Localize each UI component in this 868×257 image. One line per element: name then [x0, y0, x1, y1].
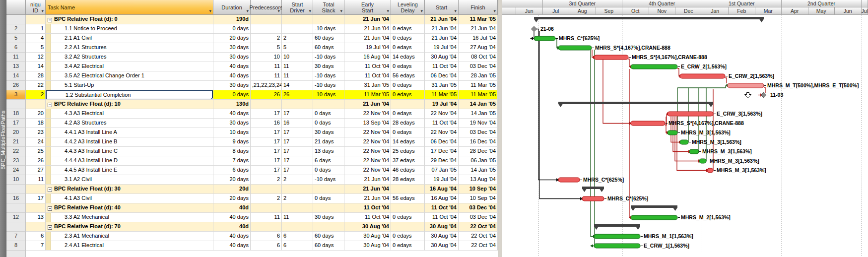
cell-early[interactable]: 22 Nov '04	[344, 166, 391, 175]
gantt-task-bar-red[interactable]	[707, 168, 713, 173]
cell-early[interactable]: 22 Nov '04	[344, 147, 391, 156]
gantt-task-bar-red[interactable]	[631, 121, 665, 126]
summary-bar[interactable]	[558, 102, 713, 104]
cell-start[interactable]: 31 Jan '05	[425, 81, 459, 90]
cell-pred[interactable]: 17	[251, 137, 282, 147]
cell-fin[interactable]: 19 Nov '04	[459, 119, 498, 128]
cell-uid[interactable]: 26	[26, 156, 46, 166]
cell-fin[interactable]: 03 Dec '04	[459, 203, 498, 213]
timescale-month-jan[interactable]: Jan	[702, 7, 729, 15]
view-tab-strip[interactable]: BPC_MultipleFloatPaths	[0, 0, 6, 257]
column-header-uid[interactable]: niquID▾	[26, 0, 46, 15]
cell-drv[interactable]: 16	[282, 119, 313, 128]
group-summary-row[interactable]: −BPC Relative Float (d): 4040d11 Oct '04…	[6, 203, 498, 213]
cell-pred[interactable]: 2	[251, 194, 282, 203]
cell-num[interactable]: 2	[6, 24, 26, 34]
cell-lev[interactable]: 0 edays	[391, 232, 425, 241]
cell-dur[interactable]: 40 days	[213, 71, 251, 81]
task-row[interactable]: 26225.1 Start-Up30 days,21,22,23,24,1414…	[6, 81, 498, 90]
cell-uid[interactable]: 5	[26, 43, 46, 53]
column-header-num[interactable]	[6, 0, 26, 15]
cell-dur[interactable]: 40d	[213, 203, 251, 213]
cell-slack[interactable]: 30 days	[313, 213, 344, 222]
cell-num[interactable]: 21	[6, 137, 26, 147]
cell-name[interactable]: 4.4.2 A3 Install Line B	[46, 137, 213, 147]
column-header-drv[interactable]: StartDriver▾	[282, 0, 313, 15]
cell-slack[interactable]: -10 days	[313, 71, 344, 81]
task-row[interactable]: 12133.3 A2 Mechanical40 days111130 days1…	[6, 213, 498, 222]
cell-fin[interactable]: 14 Jan '05	[459, 166, 498, 175]
cell-slack[interactable]: 60 days	[313, 34, 344, 43]
cell-early[interactable]: 19 Jul '04	[344, 43, 391, 53]
cell-dur[interactable]: 40 days	[213, 232, 251, 241]
cell-lev[interactable]: 0 edays	[391, 81, 425, 90]
timescale-month-apr[interactable]: Apr	[782, 7, 808, 15]
cell-uid[interactable]: 18	[26, 119, 46, 128]
cell-num[interactable]: 8	[6, 241, 26, 251]
cell-slack[interactable]	[313, 203, 344, 213]
cell-uid[interactable]: 20	[26, 109, 46, 119]
cell-fin[interactable]: 16 Dec '04	[459, 137, 498, 147]
gantt-task-bar-red[interactable]	[558, 178, 580, 182]
cell-name[interactable]: 2.3 A1 Mechanical	[46, 232, 213, 241]
cell-start[interactable]: 21 Jun '04	[425, 15, 459, 24]
cell-num[interactable]	[6, 185, 26, 194]
cell-drv[interactable]: 2	[282, 175, 313, 185]
cell-slack[interactable]: 60 days	[313, 232, 344, 241]
timescale-month-may[interactable]: May	[808, 7, 835, 15]
collapse-icon[interactable]: −	[48, 103, 52, 107]
cell-start[interactable]: 21 Jun '04	[425, 34, 459, 43]
cell-num[interactable]: 3	[6, 90, 26, 100]
column-header-pred[interactable]: Predecessors▾	[251, 0, 282, 15]
cell-start[interactable]: 21 Jun '04	[425, 24, 459, 34]
cell-uid[interactable]: 4	[26, 34, 46, 43]
task-row[interactable]: 14283.5 A2 Electrical Change Order 140 d…	[6, 71, 498, 81]
timescale-quarter-4th-quarter[interactable]: 4th Quarter	[622, 0, 702, 7]
filter-dropdown-icon[interactable]: ▾	[387, 9, 389, 13]
gantt-task-bar-green[interactable]	[594, 234, 640, 239]
cell-start[interactable]: 11 Oct '04	[425, 203, 459, 213]
cell-dur[interactable]: 130d	[213, 100, 251, 109]
cell-drv[interactable]: 17	[282, 137, 313, 147]
cell-uid[interactable]: 27	[26, 166, 46, 175]
cell-lev[interactable]: 14 edays	[391, 53, 425, 62]
filter-dropdown-icon[interactable]: ▾	[209, 9, 211, 13]
cell-pred[interactable]: 11	[251, 62, 282, 71]
cell-pred[interactable]	[251, 15, 282, 24]
cell-early[interactable]: 31 Jan '05	[344, 81, 391, 90]
cell-slack[interactable]: 60 days	[313, 43, 344, 53]
cell-lev[interactable]: 46 edays	[391, 166, 425, 175]
cell-drv[interactable]: 11	[282, 71, 313, 81]
cell-lev[interactable]: 56 edays	[391, 194, 425, 203]
cell-fin[interactable]: 22 Oct '04	[459, 222, 498, 232]
cell-early[interactable]: 21 Jun '04	[344, 194, 391, 203]
cell-name[interactable]: 5.1 Start-Up	[46, 81, 213, 90]
cell-slack[interactable]	[313, 185, 344, 194]
cell-early[interactable]: 11 Oct '04	[344, 62, 391, 71]
cell-name[interactable]: 4.4.3 A3 Install Line C	[46, 147, 213, 156]
timescale-month-jun[interactable]: Jun	[835, 7, 862, 15]
cell-num[interactable]: 14	[6, 71, 26, 81]
filter-dropdown-icon[interactable]: ▾	[340, 9, 342, 13]
cell-drv[interactable]	[282, 24, 313, 34]
cell-pred[interactable]: 6	[251, 241, 282, 251]
cell-early[interactable]: 21 Jun '04	[344, 100, 391, 109]
cell-start[interactable]: 11 Mar '05	[425, 90, 459, 100]
cell-drv[interactable]	[282, 222, 313, 232]
cell-pred[interactable]: 2	[251, 34, 282, 43]
gantt-task-bar-green[interactable]	[699, 159, 706, 163]
cell-pred[interactable]: 2	[251, 175, 282, 185]
cell-slack[interactable]: -10 days	[313, 175, 344, 185]
cell-drv[interactable]: 17	[282, 128, 313, 137]
cell-early[interactable]: 11 Oct '04	[344, 213, 391, 222]
cell-name[interactable]: 2.2 A1 Structures	[46, 43, 213, 53]
cell-name[interactable]: 4.1 A3 Civil	[46, 194, 213, 203]
cell-uid[interactable]: 23	[26, 128, 46, 137]
cell-drv[interactable]: 17	[282, 156, 313, 166]
cell-uid[interactable]: 11	[26, 175, 46, 185]
gantt-task-bar-green[interactable]	[689, 149, 699, 154]
cell-slack[interactable]	[313, 100, 344, 109]
cell-name[interactable]: 2.1 A1 Civil	[46, 34, 213, 43]
cell-fin[interactable]: 06 Jan '05	[459, 156, 498, 166]
cell-num[interactable]: 24	[6, 166, 26, 175]
